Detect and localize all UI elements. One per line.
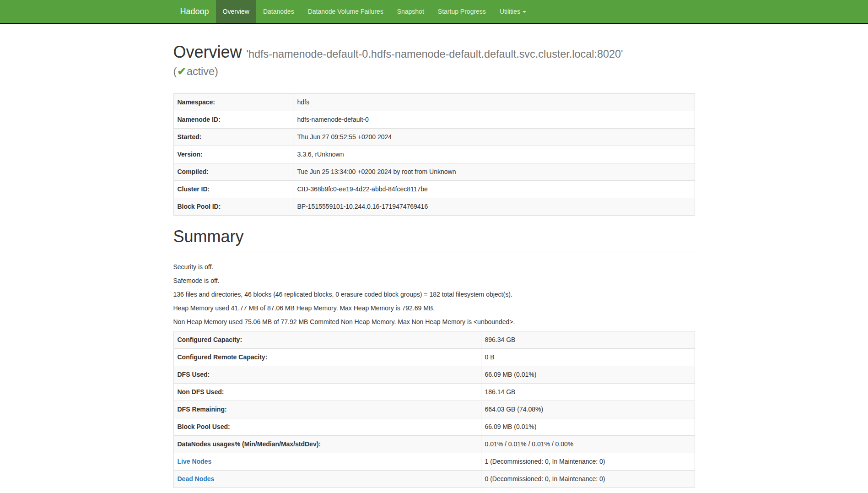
overview-value-namenode-id: hdfs-namenode-default-0: [293, 111, 695, 129]
summary-label-live-nodes: Live Nodes: [173, 453, 481, 471]
summary-label-configured-remote-capacity: Configured Remote Capacity:: [173, 349, 481, 366]
namenode-subtitle: 'hdfs-namenode-default-0.hdfs-namenode-d…: [173, 48, 695, 80]
page-title: Overview 'hdfs-namenode-default-0.hdfs-n…: [173, 40, 695, 80]
namenode-address: 'hdfs-namenode-default-0.hdfs-namenode-d…: [247, 48, 623, 60]
navbar-inner: Hadoop OverviewDatanodesDatanode Volume …: [167, 0, 702, 23]
namenode-status: (✔active): [173, 64, 695, 80]
nav-link-datanode-volume-failures[interactable]: Datanode Volume Failures: [301, 0, 390, 23]
summary-value-dfs-remaining: 664.03 GB (74.08%): [481, 401, 695, 418]
overview-label-started: Started:: [173, 129, 293, 146]
overview-row-namespace: Namespace:hdfs: [173, 94, 695, 111]
overview-label-compiled: Compiled:: [173, 163, 293, 181]
overview-row-block-pool-id: Block Pool ID:BP-1515559101-10.244.0.16-…: [173, 198, 695, 216]
summary-label-dfs-used: DFS Used:: [173, 366, 481, 384]
summary-value-configured-remote-capacity: 0 B: [481, 349, 695, 366]
overview-value-started: Thu Jun 27 09:52:55 +0200 2024: [293, 129, 695, 146]
navbar: Hadoop OverviewDatanodesDatanode Volume …: [0, 0, 868, 24]
overview-row-namenode-id: Namenode ID:hdfs-namenode-default-0: [173, 111, 695, 129]
live-nodes-link[interactable]: Live Nodes: [178, 458, 212, 465]
main-content: Overview 'hdfs-namenode-default-0.hdfs-n…: [167, 40, 702, 488]
summary-label-block-pool-used: Block Pool Used:: [173, 418, 481, 436]
overview-row-compiled: Compiled:Tue Jun 25 13:34:00 +0200 2024 …: [173, 163, 695, 181]
dead-nodes-link[interactable]: Dead Nodes: [178, 475, 215, 482]
summary-title: Summary: [173, 225, 695, 249]
summary-value-live-nodes: 1 (Decommissioned: 0, In Maintenance: 0): [481, 453, 695, 471]
page-title-text: Overview: [173, 43, 242, 61]
nav-item-datanode-volume-failures: Datanode Volume Failures: [301, 0, 390, 23]
summary-row-configured-remote-capacity: Configured Remote Capacity:0 B: [173, 349, 695, 366]
chevron-down-icon: [523, 11, 526, 13]
overview-label-cluster-id: Cluster ID:: [173, 181, 293, 198]
overview-value-version: 3.3.6, rUnknown: [293, 146, 695, 163]
nav-item-snapshot: Snapshot: [390, 0, 431, 23]
overview-label-namespace: Namespace:: [173, 94, 293, 111]
summary-label-non-dfs-used: Non DFS Used:: [173, 384, 481, 401]
summary-line-5: Non Heap Memory used 75.06 MB of 77.92 M…: [173, 317, 695, 326]
overview-table: Namespace:hdfsNamenode ID:hdfs-namenode-…: [173, 93, 695, 216]
summary-value-datanodes-usages-min-median-max-stddev: 0.01% / 0.01% / 0.01% / 0.00%: [481, 436, 695, 453]
nav-item-startup-progress: Startup Progress: [431, 0, 493, 23]
overview-value-cluster-id: CID-368b9fc0-ee19-4d22-abbd-84fcec8117be: [293, 181, 695, 198]
nav-link-utilities[interactable]: Utilities: [493, 0, 533, 23]
summary-line-3: 136 files and directories, 46 blocks (46…: [173, 290, 695, 299]
summary-line-4: Heap Memory used 41.77 MB of 87.06 MB He…: [173, 303, 695, 313]
overview-row-started: Started:Thu Jun 27 09:52:55 +0200 2024: [173, 129, 695, 146]
summary-row-non-dfs-used: Non DFS Used:186.14 GB: [173, 384, 695, 401]
summary-line-2: Safemode is off.: [173, 276, 695, 285]
overview-value-block-pool-id: BP-1515559101-10.244.0.16-1719474769416: [293, 198, 695, 216]
summary-row-configured-capacity: Configured Capacity:896.34 GB: [173, 331, 695, 349]
overview-label-version: Version:: [173, 146, 293, 163]
summary-row-block-pool-used: Block Pool Used:66.09 MB (0.01%): [173, 418, 695, 436]
summary-label-dfs-remaining: DFS Remaining:: [173, 401, 481, 418]
summary-value-block-pool-used: 66.09 MB (0.01%): [481, 418, 695, 436]
page-header: Overview 'hdfs-namenode-default-0.hdfs-n…: [173, 40, 695, 84]
summary-label-dead-nodes: Dead Nodes: [173, 471, 481, 488]
summary-value-non-dfs-used: 186.14 GB: [481, 384, 695, 401]
summary-header: Summary: [173, 225, 695, 253]
summary-value-configured-capacity: 896.34 GB: [481, 331, 695, 349]
nav-item-utilities: Utilities: [493, 0, 533, 23]
nav-item-datanodes: Datanodes: [256, 0, 301, 23]
summary-table-body: Configured Capacity:896.34 GBConfigured …: [173, 331, 695, 488]
summary-label-configured-capacity: Configured Capacity:: [173, 331, 481, 349]
overview-row-version: Version:3.3.6, rUnknown: [173, 146, 695, 163]
summary-value-dead-nodes: 0 (Decommissioned: 0, In Maintenance: 0): [481, 471, 695, 488]
brand-link[interactable]: Hadoop: [173, 0, 216, 23]
summary-line-1: Security is off.: [173, 262, 695, 271]
check-icon: ✔: [177, 65, 187, 77]
summary-label-datanodes-usages-min-median-max-stddev: DataNodes usages% (Min/Median/Max/stdDev…: [173, 436, 481, 453]
summary-lines: Security is off.Safemode is off.136 file…: [173, 262, 695, 326]
overview-value-compiled: Tue Jun 25 13:34:00 +0200 2024 by root f…: [293, 163, 695, 181]
overview-label-block-pool-id: Block Pool ID:: [173, 198, 293, 216]
summary-row-dfs-used: DFS Used:66.09 MB (0.01%): [173, 366, 695, 384]
overview-label-namenode-id: Namenode ID:: [173, 111, 293, 129]
nav-link-datanodes[interactable]: Datanodes: [256, 0, 301, 23]
overview-row-cluster-id: Cluster ID:CID-368b9fc0-ee19-4d22-abbd-8…: [173, 181, 695, 198]
summary-row-dfs-remaining: DFS Remaining:664.03 GB (74.08%): [173, 401, 695, 418]
nav-link-snapshot[interactable]: Snapshot: [390, 0, 431, 23]
summary-value-dfs-used: 66.09 MB (0.01%): [481, 366, 695, 384]
summary-table: Configured Capacity:896.34 GBConfigured …: [173, 331, 695, 488]
nav-link-overview[interactable]: Overview: [216, 0, 256, 23]
summary-row-datanodes-usages-min-median-max-stddev: DataNodes usages% (Min/Median/Max/stdDev…: [173, 436, 695, 453]
nav-link-startup-progress[interactable]: Startup Progress: [431, 0, 493, 23]
navbar-menu: OverviewDatanodesDatanode Volume Failure…: [216, 0, 533, 23]
status-close-paren: ): [215, 65, 218, 77]
nav-item-overview: Overview: [216, 0, 256, 23]
summary-row-dead-nodes: Dead Nodes0 (Decommissioned: 0, In Maint…: [173, 471, 695, 488]
overview-table-body: Namespace:hdfsNamenode ID:hdfs-namenode-…: [173, 94, 695, 216]
overview-value-namespace: hdfs: [293, 94, 695, 111]
summary-row-live-nodes: Live Nodes1 (Decommissioned: 0, In Maint…: [173, 453, 695, 471]
status-label: active: [187, 65, 215, 77]
